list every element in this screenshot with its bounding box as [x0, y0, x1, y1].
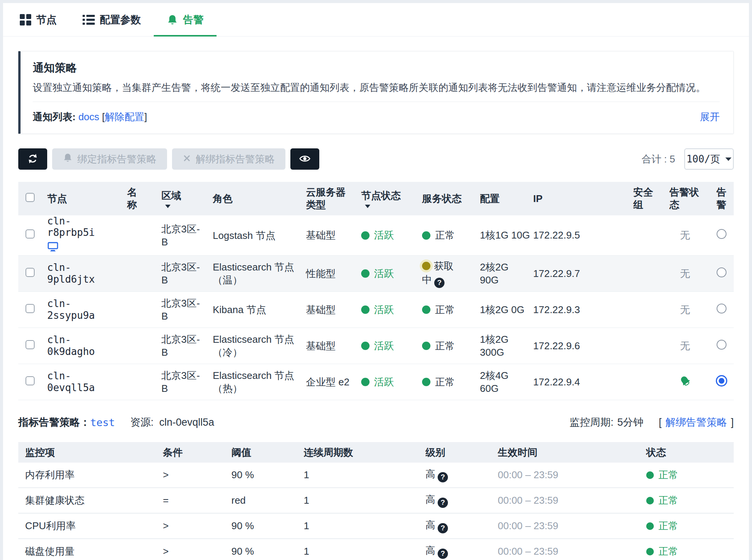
node-role: Elasticsearch 节点（热） [207, 369, 301, 395]
row-checkbox[interactable] [25, 304, 35, 313]
node-role: Elasticsearch 节点（冷） [207, 333, 301, 359]
level: 高? [419, 519, 491, 533]
help-icon[interactable]: ? [438, 549, 448, 559]
card-title: 通知策略 [33, 60, 720, 76]
threshold: red [225, 495, 297, 506]
effective-time: 00:00 – 23:59 [491, 520, 639, 532]
help-icon[interactable]: ? [438, 523, 448, 533]
col-condition: 条件 [156, 446, 225, 459]
refresh-icon [27, 153, 39, 166]
level: 高? [419, 544, 491, 559]
node-config: 2核4G 60G [475, 369, 528, 395]
service-status: 获取中? [422, 259, 463, 288]
resource-value: cln-0evqll5a [159, 417, 214, 428]
table-row: CPU利用率 > 90 % 1 高? 00:00 – 23:59 正常 [18, 514, 734, 539]
table-row: 磁盘使用量 > 90 % 1 高? 00:00 – 23:59 正常 [18, 539, 734, 560]
alarm-radio[interactable] [717, 229, 727, 239]
unbind-policy-button[interactable]: 解绑指标告警策略 [172, 148, 285, 170]
card-description: 设置独立通知策略，当集群产生告警，将统一发送至独立配置的通知列表，原告警策略所关… [33, 81, 720, 94]
row-checkbox[interactable] [25, 229, 35, 239]
threshold: 90 % [225, 469, 297, 481]
help-icon[interactable]: ? [438, 472, 448, 482]
alarm-status [664, 375, 706, 389]
button-label: 绑定指标告警策略 [77, 153, 156, 166]
col-cvm-type: 云服务器类型 [301, 186, 356, 211]
alarm-table-body: 内存利用率 > 90 % 1 高? 00:00 – 23:59 正常 集群健康状… [18, 463, 734, 560]
bind-policy-button[interactable]: 绑定指标告警策略 [52, 148, 167, 170]
node-region: 北京3区-B [156, 297, 207, 323]
table-row: 集群健康状态 = red 1 高? 00:00 – 23:59 正常 [18, 488, 734, 514]
tab-config-params[interactable]: 配置参数 [70, 3, 154, 36]
table-row: cln-0evqll5a 北京3区-B Elasticsearch 节点（热） … [18, 364, 734, 400]
row-checkbox[interactable] [25, 268, 35, 277]
table-row: 内存利用率 > 90 % 1 高? 00:00 – 23:59 正常 [18, 463, 734, 488]
help-icon[interactable]: ? [434, 278, 445, 288]
unbind-policy-link[interactable]: 解绑告警策略 [665, 415, 727, 429]
help-icon[interactable]: ? [438, 498, 448, 508]
effective-time: 00:00 – 23:59 [491, 469, 639, 481]
alarm-status: 无 [664, 303, 706, 317]
period-label: 监控周期: [569, 415, 613, 429]
node-table-body: cln-r8prbp5i 北京3区-B Logstash 节点 基础型 活跃 正… [18, 215, 734, 400]
service-status: 正常 [422, 339, 469, 353]
node-config: 1核2G 300G [475, 333, 528, 359]
node-status: 活跃 [361, 267, 411, 280]
row-checkbox[interactable] [25, 340, 35, 349]
alarm-radio[interactable] [717, 304, 727, 313]
docs-link[interactable]: docs [78, 111, 99, 123]
condition: = [156, 495, 225, 506]
tab-alarm[interactable]: 告警 [154, 3, 217, 36]
node-id: cln-9pld6jtx [47, 262, 95, 285]
node-cvm-type: 基础型 [301, 229, 356, 242]
threshold: 90 % [225, 546, 297, 557]
policy-bar: 指标告警策略： test 资源: cln-0evqll5a 监控周期: 5分钟 … [18, 415, 734, 429]
col-threshold: 阈值 [225, 446, 297, 459]
bell-icon [167, 14, 178, 26]
refresh-button[interactable] [18, 148, 47, 170]
filter-icon[interactable] [165, 205, 170, 208]
node-status: 活跃 [361, 339, 411, 353]
table-row: cln-r8prbp5i 北京3区-B Logstash 节点 基础型 活跃 正… [18, 215, 734, 256]
expand-link[interactable]: 展开 [700, 110, 720, 124]
button-label: 解绑指标告警策略 [196, 153, 275, 166]
node-region: 北京3区-B [156, 369, 207, 395]
periods: 1 [297, 546, 419, 557]
metric: CPU利用率 [18, 519, 156, 533]
col-periods: 连续周期数 [297, 446, 419, 459]
service-status: 正常 [422, 303, 469, 317]
alarm-radio[interactable] [717, 340, 727, 350]
resource-label: 资源: [130, 415, 154, 429]
remove-config-link[interactable]: 解除配置 [105, 111, 144, 123]
alarm-radio[interactable] [717, 267, 727, 277]
alarm-bell-icon [679, 377, 691, 389]
condition: > [156, 520, 225, 532]
table-row: cln-2ssypu9a 北京3区-B Kibana 节点 基础型 活跃 正常 … [18, 292, 734, 328]
alarm-radio-selected[interactable] [716, 375, 727, 387]
page-size-value: 100/页 [687, 153, 720, 166]
column-visibility-button[interactable] [290, 148, 319, 170]
node-cvm-type: 性能型 [301, 267, 356, 280]
node-cvm-type: 基础型 [301, 339, 356, 353]
col-ip: IP [528, 192, 628, 205]
node-config: 1核2G 0G [475, 303, 528, 317]
condition: > [156, 469, 225, 481]
tab-label: 配置参数 [100, 13, 141, 27]
status-dot [646, 471, 654, 479]
metric: 集群健康状态 [18, 494, 156, 507]
filter-icon[interactable] [365, 205, 370, 208]
page-size-select[interactable]: 100/页 [684, 148, 734, 170]
bracket-open: [ [659, 417, 662, 428]
status-dot [361, 231, 370, 240]
select-all-checkbox[interactable] [25, 193, 35, 202]
tab-nodes[interactable]: 节点 [7, 3, 70, 36]
row-checkbox[interactable] [25, 376, 35, 385]
total-count: 合计 : 5 [642, 153, 675, 166]
status-dot [646, 548, 654, 555]
col-node: 节点 [42, 192, 122, 205]
policy-link[interactable]: test [90, 417, 115, 428]
col-node-status: 节点状态 [356, 189, 417, 208]
col-service-status: 服务状态 [417, 192, 475, 205]
monitor-icon[interactable] [47, 241, 59, 255]
alarm-status: 无 [664, 229, 706, 242]
rule-status: 正常 [646, 494, 730, 507]
